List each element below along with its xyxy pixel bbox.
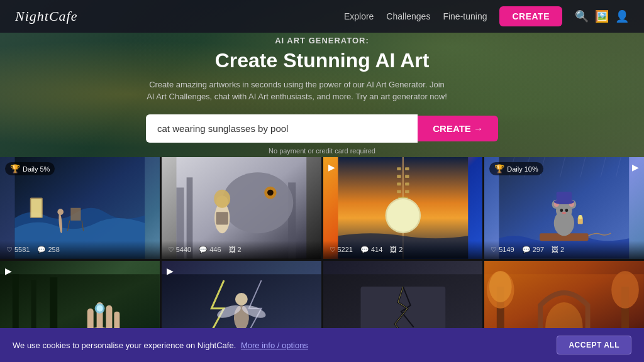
like-count: ♡ 5221 <box>330 246 353 254</box>
gallery-stats: ♡ 5440 💬 446 🖼 2 <box>168 246 315 254</box>
gallery-item[interactable]: 🏆 Daily 5% ♡ 5581 💬 258 <box>0 157 160 259</box>
daily-badge: 🏆 Daily 5% <box>5 162 55 175</box>
svg-point-32 <box>387 199 419 232</box>
nav-explore[interactable]: Explore <box>344 11 374 21</box>
svg-point-49 <box>565 209 569 212</box>
search-input[interactable] <box>146 114 418 143</box>
logo[interactable]: NightCafe <box>15 8 77 25</box>
gallery-item[interactable]: ♡ 5440 💬 446 🖼 2 <box>162 157 321 259</box>
like-count: ♡ 5149 <box>491 246 514 254</box>
hero-title: Create Stunning AI Art <box>146 49 498 72</box>
svg-rect-3 <box>70 208 80 221</box>
gallery-overlay: ♡ 5149 💬 297 🖼 2 <box>484 241 644 259</box>
svg-point-65 <box>97 305 103 311</box>
svg-rect-21 <box>397 167 401 170</box>
nav-icons: 🔍 🖼️ 👤 <box>575 9 629 23</box>
gallery-item[interactable]: ▶ ♡ 5221 💬 414 🖼 2 <box>323 157 483 259</box>
svg-point-14 <box>267 190 274 196</box>
gallery-overlay: ♡ 5221 💬 414 🖼 2 <box>323 241 483 259</box>
daily-badge: 🏆 Daily 10% <box>489 162 543 175</box>
search-bar: CREATE → <box>146 114 498 143</box>
svg-rect-23 <box>397 175 401 178</box>
gallery-overlay: ♡ 5581 💬 258 <box>0 241 160 259</box>
nav-create-button[interactable]: CREATE <box>499 6 562 26</box>
svg-rect-18 <box>216 212 228 224</box>
navigation: NightCafe Explore Challenges Fine-tuning… <box>0 0 644 33</box>
svg-point-52 <box>579 215 582 219</box>
video-icon: ▶ <box>328 162 335 172</box>
collection-count: 🖼 2 <box>552 246 564 253</box>
comment-count: 💬 446 <box>199 246 221 254</box>
svg-rect-28 <box>405 190 409 193</box>
gallery-item[interactable]: 🏆 Daily 10% ▶ ♡ 5149 💬 297 🖼 2 <box>484 157 644 259</box>
svg-point-12 <box>222 172 293 233</box>
svg-point-48 <box>560 209 564 212</box>
svg-point-81 <box>611 271 639 308</box>
collection-count: 🖼 2 <box>229 246 242 253</box>
nav-finetuning[interactable]: Fine-tuning <box>443 11 487 21</box>
svg-rect-26 <box>405 182 409 185</box>
nav-challenges[interactable]: Challenges <box>386 11 430 21</box>
svg-rect-27 <box>397 190 401 193</box>
video-icon: ▶ <box>5 266 12 276</box>
gallery-stats: ♡ 5149 💬 297 🖼 2 <box>491 246 638 254</box>
search-icon[interactable]: 🔍 <box>575 9 589 23</box>
no-payment-text: No payment or credit card required <box>146 147 498 155</box>
svg-point-2 <box>57 209 64 215</box>
comment-count: 💬 258 <box>37 246 59 254</box>
trophy-icon: 🏆 <box>10 164 20 173</box>
video-icon: ▶ <box>632 162 639 172</box>
cookie-message: We use cookies to personalise your exper… <box>13 341 308 350</box>
cookie-more-info-link[interactable]: More info / options <box>241 341 308 350</box>
gallery-stats: ♡ 5581 💬 258 <box>6 246 153 254</box>
video-icon: ▶ <box>167 266 174 276</box>
image-icon[interactable]: 🖼️ <box>595 9 609 23</box>
badge-label: Daily 5% <box>23 165 50 173</box>
like-count: ♡ 5581 <box>6 246 30 254</box>
create-button[interactable]: CREATE → <box>418 116 498 141</box>
hero-content: AI ART GENERATOR: Create Stunning AI Art… <box>133 36 511 155</box>
user-avatar[interactable]: 👤 <box>615 9 629 23</box>
trophy-icon: 🏆 <box>494 164 504 173</box>
nav-right: Explore Challenges Fine-tuning CREATE 🔍 … <box>344 6 629 26</box>
svg-rect-54 <box>557 192 572 202</box>
svg-rect-7 <box>31 199 42 217</box>
hero-subtitle: AI ART GENERATOR: <box>146 36 498 45</box>
svg-point-79 <box>489 271 512 302</box>
gallery-overlay: ♡ 5440 💬 446 🖼 2 <box>162 241 321 259</box>
cookie-accept-button[interactable]: ACCEPT ALL <box>557 336 631 354</box>
hero-description: Create amazing artworks in seconds using… <box>146 79 448 103</box>
svg-rect-22 <box>405 167 409 170</box>
like-count: ♡ 5440 <box>168 246 191 254</box>
collection-count: 🖼 2 <box>390 246 402 253</box>
comment-count: 💬 297 <box>522 246 544 254</box>
cookie-banner: We use cookies to personalise your exper… <box>0 328 644 362</box>
gallery-stats: ♡ 5221 💬 414 🖼 2 <box>330 246 477 254</box>
svg-rect-24 <box>405 175 409 178</box>
comment-count: 💬 414 <box>360 246 382 254</box>
svg-rect-25 <box>397 182 401 185</box>
svg-point-17 <box>214 190 230 208</box>
badge-label: Daily 10% <box>507 165 538 173</box>
svg-point-50 <box>562 212 566 214</box>
svg-point-67 <box>235 293 248 305</box>
